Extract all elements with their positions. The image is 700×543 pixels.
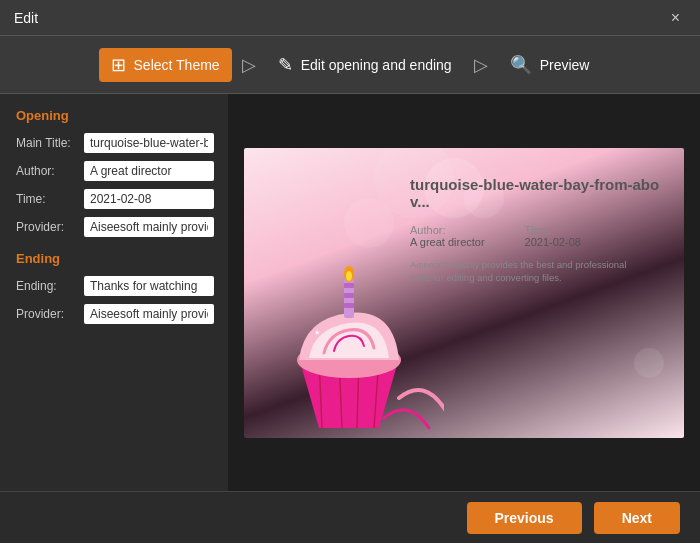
right-panel: turquoise-blue-water-bay-from-abov... Au… bbox=[228, 94, 700, 491]
preview-icon: 🔍 bbox=[510, 54, 532, 76]
step-navigation: ⊞ Select Theme ▷ ✎ Edit opening and endi… bbox=[0, 36, 700, 94]
next-button[interactable]: Next bbox=[594, 502, 680, 534]
left-panel: Opening Main Title: Author: Time: Provid… bbox=[0, 94, 228, 491]
svg-rect-9 bbox=[344, 303, 354, 308]
svg-point-11 bbox=[346, 271, 352, 281]
preview-author-label: Author: bbox=[410, 224, 485, 236]
step-edit-label: Edit opening and ending bbox=[301, 57, 452, 73]
time-input[interactable] bbox=[84, 189, 214, 209]
preview-main-title: turquoise-blue-water-bay-from-abov... bbox=[410, 176, 670, 210]
title-bar: Edit × bbox=[0, 0, 700, 36]
preview-meta-row: Author: A great director Time: 2021-02-0… bbox=[410, 224, 670, 248]
main-title-input[interactable] bbox=[84, 133, 214, 153]
provider-label: Provider: bbox=[16, 220, 78, 234]
author-input[interactable] bbox=[84, 161, 214, 181]
time-label: Time: bbox=[16, 192, 78, 206]
opening-section-label: Opening bbox=[16, 108, 212, 123]
step-arrow-1: ▷ bbox=[242, 54, 256, 76]
bokeh-5 bbox=[634, 348, 664, 378]
author-row: Author: bbox=[16, 161, 212, 181]
provider-input[interactable] bbox=[84, 217, 214, 237]
main-content: Opening Main Title: Author: Time: Provid… bbox=[0, 94, 700, 491]
preview-time-group: Time: 2021-02-08 bbox=[525, 224, 581, 248]
preview-time-label: Time: bbox=[525, 224, 581, 236]
ending-row: Ending: bbox=[16, 276, 212, 296]
ending-provider-input[interactable] bbox=[84, 304, 214, 324]
step-arrow-2: ▷ bbox=[474, 54, 488, 76]
bottom-bar: Previous Next bbox=[0, 491, 700, 543]
edit-icon: ✎ bbox=[278, 54, 293, 76]
ending-input[interactable] bbox=[84, 276, 214, 296]
dialog-title: Edit bbox=[14, 10, 38, 26]
step-edit-opening[interactable]: ✎ Edit opening and ending bbox=[266, 48, 464, 82]
step-select-theme[interactable]: ⊞ Select Theme bbox=[99, 48, 232, 82]
preview-text-overlay: turquoise-blue-water-bay-from-abov... Au… bbox=[410, 176, 670, 285]
preview-author-value: A great director bbox=[410, 236, 485, 248]
previous-button[interactable]: Previous bbox=[467, 502, 582, 534]
ending-section-label: Ending bbox=[16, 251, 212, 266]
author-label: Author: bbox=[16, 164, 78, 178]
preview-time-value: 2021-02-08 bbox=[525, 236, 581, 248]
step-preview-label: Preview bbox=[540, 57, 590, 73]
main-title-label: Main Title: bbox=[16, 136, 78, 150]
step-select-theme-label: Select Theme bbox=[134, 57, 220, 73]
main-title-row: Main Title: bbox=[16, 133, 212, 153]
preview-box: turquoise-blue-water-bay-from-abov... Au… bbox=[244, 148, 684, 438]
svg-rect-7 bbox=[344, 283, 354, 288]
step-preview[interactable]: 🔍 Preview bbox=[498, 48, 602, 82]
svg-rect-8 bbox=[344, 293, 354, 298]
ending-label: Ending: bbox=[16, 279, 78, 293]
close-button[interactable]: × bbox=[665, 8, 686, 28]
preview-description: Aiseesoft mainly provides the best and p… bbox=[410, 258, 640, 285]
ending-provider-label: Provider: bbox=[16, 307, 78, 321]
ending-provider-row: Provider: bbox=[16, 304, 212, 324]
time-row: Time: bbox=[16, 189, 212, 209]
preview-author-group: Author: A great director bbox=[410, 224, 485, 248]
theme-icon: ⊞ bbox=[111, 54, 126, 76]
provider-row: Provider: bbox=[16, 217, 212, 237]
